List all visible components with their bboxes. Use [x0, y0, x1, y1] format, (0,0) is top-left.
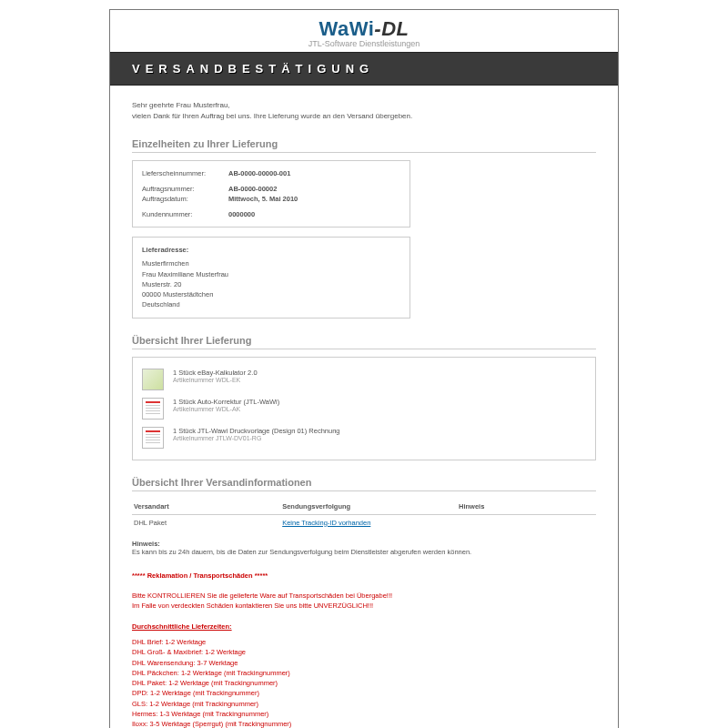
items-heading: Übersicht Ihrer Lieferung — [132, 335, 596, 349]
address-box: Lieferadresse: Musterfirmchen Frau Maxim… — [132, 237, 410, 318]
list-item: 1 Stück eBay-Kalkulator 2.0 Artikelnumme… — [142, 365, 586, 394]
delivery-time: DHL Groß- & Maxibrief: 1-2 Werktage — [132, 647, 596, 657]
item-sku: Artikelnummer WDL-AK — [173, 406, 279, 412]
reklamation-heading: ***** Reklamation / Transportschäden ***… — [132, 571, 596, 581]
times-heading: Durchschnittliche Lieferzeiten: — [132, 622, 596, 632]
ship-versandart: DHL Paket — [132, 514, 280, 531]
ship-col-hinweis: Hinweis — [457, 499, 596, 515]
product-thumb-icon — [142, 427, 164, 449]
auftragnr-key: Auftragsnummer: — [142, 185, 228, 193]
delivery-time: DHL Brief: 1-2 Werktage — [132, 637, 596, 647]
note: Hinweis: Es kann bis zu 24h dauern, bis … — [132, 540, 596, 556]
list-item: 1 Stück Auto-Korrektur (JTL-WaWi) Artike… — [142, 394, 586, 423]
item-sku: Artikelnummer JTLW-DV01-RG — [173, 435, 340, 441]
auftragnr-val: AB-0000-00002 — [228, 185, 277, 193]
content: Sehr geehrte Frau Musterfrau, vielen Dan… — [110, 86, 618, 728]
title-bar: VERSANDBESTÄTIGUNG — [110, 52, 618, 86]
address-heading: Lieferadresse: — [142, 245, 400, 255]
ship-col-tracking: Sendungsverfolgung — [280, 499, 457, 515]
delivery-time: GLS: 1-2 Werktage (mit Trackingnummer) — [132, 699, 596, 709]
item-title: 1 Stück JTL-Wawi Druckvorlage (Design 01… — [173, 427, 340, 435]
delivery-time: Iloxx: 3-5 Werktage (Sperrgut) (mit Trac… — [132, 719, 596, 728]
auftragdat-key: Auftragsdatum: — [142, 195, 228, 203]
table-row: DHL Paket Keine Tracking-ID vorhanden — [132, 514, 596, 531]
address-line: Frau Maximiliane Musterfrau — [142, 269, 400, 279]
ship-table: Versandart Sendungsverfolgung Hinweis DH… — [132, 499, 596, 531]
ship-heading: Übersicht Ihrer Versandinformationen — [132, 477, 596, 491]
lieferschein-key: Lieferscheinnummer: — [142, 169, 228, 177]
reklamation-line: Im Falle von verdeckten Schäden kontakti… — [132, 601, 596, 611]
delivery-time: DPD: 1-2 Werktage (mit Trackingnummer) — [132, 688, 596, 698]
address-line: Musterstr. 20 — [142, 279, 400, 289]
kundennr-val: 0000000 — [228, 210, 255, 218]
item-sku: Artikelnummer WDL-EK — [173, 377, 258, 383]
ship-col-versandart: Versandart — [132, 499, 280, 515]
item-title: 1 Stück eBay-Kalkulator 2.0 — [173, 369, 258, 377]
logo-area: WaWi-DL JTL-Software Dienstleistungen — [110, 10, 618, 52]
page-title: VERSANDBESTÄTIGUNG — [132, 62, 596, 76]
delivery-time: Hermes: 1-3 Werktage (mit Trackingnummer… — [132, 709, 596, 719]
auftragdat-val: Mittwoch, 5. Mai 2010 — [228, 195, 298, 203]
thanks: vielen Dank für Ihren Auftrag bei uns. I… — [132, 111, 596, 122]
address-line: 00000 Musterstädtchen — [142, 289, 400, 299]
logo-brand-a: WaWi — [318, 17, 374, 40]
note-text: Es kann bis zu 24h dauern, bis die Daten… — [132, 548, 471, 556]
items-box: 1 Stück eBay-Kalkulator 2.0 Artikelnumme… — [132, 357, 596, 460]
greeting: Sehr geehrte Frau Musterfrau, — [132, 100, 596, 111]
delivery-time: DHL Paket: 1-2 Werktage (mit Trackingnum… — [132, 678, 596, 688]
logo: WaWi-DL — [110, 17, 618, 41]
reklamation-line: Bitte KONTROLLIEREN Sie die gelieferte W… — [132, 591, 596, 601]
logo-subtitle: JTL-Software Dienstleistungen — [110, 39, 618, 48]
note-label: Hinweis: — [132, 540, 160, 548]
delivery-time: DHL Warensendung: 3-7 Werktage — [132, 658, 596, 668]
ship-hinweis — [457, 514, 596, 531]
tracking-link[interactable]: Keine Tracking-ID vorhanden — [282, 519, 370, 527]
details-box: Lieferscheinnummer: AB-0000-00000-001 Au… — [132, 160, 410, 228]
reklamation-block: ***** Reklamation / Transportschäden ***… — [132, 571, 596, 729]
kundennr-key: Kundennummer: — [142, 210, 228, 218]
product-thumb-icon — [142, 398, 164, 420]
delivery-time: DHL Päckchen: 1-2 Werktage (mit Tracking… — [132, 668, 596, 678]
lieferschein-val: AB-0000-00000-001 — [228, 169, 290, 177]
product-thumb-icon — [142, 369, 164, 390]
document: WaWi-DL JTL-Software Dienstleistungen VE… — [109, 9, 619, 728]
address-line: Musterfirmchen — [142, 258, 400, 268]
address-line: Deutschland — [142, 299, 400, 309]
logo-brand-b: -DL — [374, 17, 409, 40]
item-title: 1 Stück Auto-Korrektur (JTL-WaWi) — [173, 398, 279, 406]
details-heading: Einzelheiten zu Ihrer Lieferung — [132, 138, 596, 153]
list-item: 1 Stück JTL-Wawi Druckvorlage (Design 01… — [142, 423, 586, 452]
